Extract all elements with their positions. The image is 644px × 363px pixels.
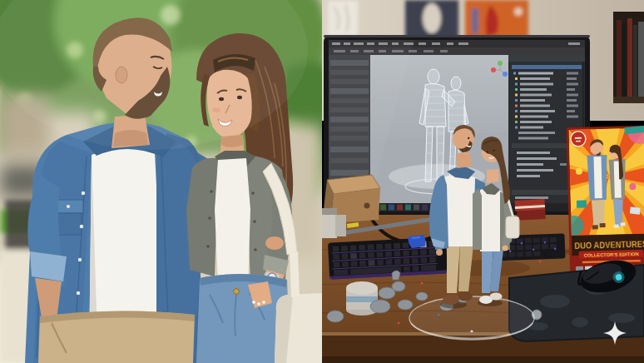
bookshelf	[613, 12, 644, 103]
book-spine	[627, 18, 632, 97]
book-spine	[617, 20, 622, 97]
box-title: DUO ADVENTURES	[574, 239, 644, 251]
man-hand-on-waist	[265, 236, 284, 250]
desk-panel: DUO ADVENTURES COLLECTOR'S EDITION	[322, 0, 644, 363]
keyboard-left	[328, 236, 448, 279]
jeans-button	[234, 289, 240, 295]
figurine-man-tshirt	[445, 174, 477, 246]
book-spine	[638, 22, 644, 97]
man-rolled-cuff	[30, 251, 67, 281]
figurine-man-shoes	[443, 295, 459, 305]
poster-sketch	[327, 0, 359, 37]
paint-pot	[335, 215, 346, 236]
red-books	[515, 199, 546, 221]
woman-white-tshirt	[215, 158, 250, 283]
figurine-bag	[506, 216, 519, 238]
book-spine	[633, 25, 637, 97]
photo-panel-couple	[0, 0, 322, 363]
figurine-woman-top	[480, 187, 502, 251]
screenshot-root: DUO ADVENTURES COLLECTOR'S EDITION	[0, 0, 644, 363]
figurine-woman-jacket	[473, 188, 482, 250]
book-spine	[622, 23, 627, 97]
